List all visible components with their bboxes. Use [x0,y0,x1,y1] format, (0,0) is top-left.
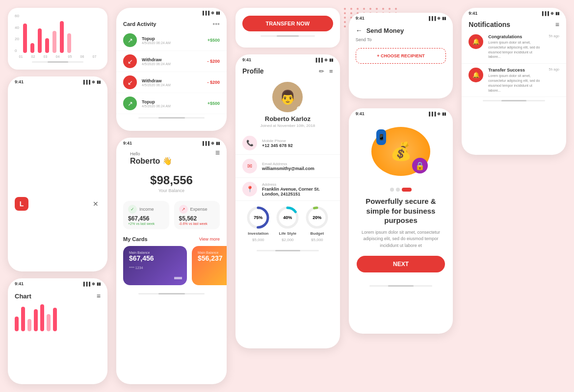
send-money-title: Send Money [366,27,404,34]
notif-item-1: 🔔 Congratulations Lorem ipsum dolor sit … [462,30,566,64]
ca-scrollbar[interactable] [138,117,205,119]
dot-2 [396,188,400,192]
progress-lifestyle: 40% Life Style $2,000 [276,206,299,242]
phone-illustration-icon: 📱 [376,129,386,145]
balance-amount: $98,556 [123,173,220,187]
card-activity-title: Card Activity [123,21,156,27]
balance-label: Your Balance [123,188,220,193]
chart-scrollbar[interactable] [32,61,83,63]
notif-scrollbar[interactable] [483,100,546,101]
cards-scroll: Main Balance $67,456 **** 1234 ▬ Main Ba… [116,244,227,290]
status-bar: 9:41 ▐▐▐ ⊕ ▮▮ [8,76,107,85]
dot-1 [390,188,394,192]
withdraw-icon-2: ↙ [123,75,137,89]
close-button[interactable]: ✕ [91,199,101,209]
notif-item-2: 🔔 Transfer Success Lorem ipsum dolor sit… [462,64,566,97]
user-name: Roberto 👋 [123,156,179,166]
activity-item-2: ↙ Withdraw 4/5/2020 06:24 AM - $200 [116,51,227,72]
chart-y-labels: 60 40 20 0 [15,14,19,53]
progress-investation: 75% Investation $5,000 [246,206,270,242]
send-money-header: ← Send Money [349,22,453,37]
progress-section: 75% Investation $5,000 40% Life Style [235,201,340,247]
chart-menu-icon[interactable]: ≡ [97,292,101,300]
edit-icon[interactable]: ✏ [319,68,324,75]
activity-item-1: ↗ Topup 4/5/2020 06:24 AM +$500 [116,30,227,51]
secure-content: 💰 🔒 📱 Powerfully secure & simple for bus… [349,117,453,282]
stats-row: ✓ Income $67,456 +2% vs last week ↗ Expe… [116,197,227,233]
ca-status: ▐▐▐⊕▮▮ [116,8,227,16]
address-info: 📍 Address Franklin Avenue, Corner St. Lo… [235,178,340,201]
dash-status: 9:41 ▐▐▐⊕▮▮ [116,138,227,147]
notifications-header: Notifications ≡ [462,17,566,30]
bar-2 [30,43,34,53]
phone-icon: 📞 [242,136,257,150]
card-orange[interactable]: Main Balance $56,237 ▬ [192,246,227,285]
chart-phone-title: Chart [15,293,31,300]
chart-phone: 9:41 ▐▐▐⊕▮▮ Chart ≡ [8,278,107,384]
bar-group-6 [60,21,64,53]
card-chip-1: ▬ [174,272,182,281]
notif-menu-icon[interactable]: ≡ [555,21,559,28]
profile-status: 9:41 ▐▐▐⊕▮▮ [235,54,340,63]
email-icon: ✉ [242,159,257,173]
view-more-link[interactable]: View more [199,237,220,242]
expense-stat: ↗ Expense $5,562 -0.6% vs last week [174,201,220,229]
activity-item-4: ↗ Topup 4/5/2020 06:24 AM +$500 [116,93,227,114]
mobile-info: 📞 Mobile Phone +12 345 678 92 [235,132,340,155]
bar-group-4 [45,38,49,53]
notif-status: 9:41 ▐▐▐⊕▮▮ [462,8,566,17]
dot-3-active [402,188,412,192]
profile-scrollbar[interactable] [257,250,319,251]
secure-title: Powerfully secure & simple for business … [357,196,445,225]
online-indicator [297,106,302,111]
logo: L [15,197,28,211]
balance-section: $98,556 Your Balance [116,168,227,197]
transfer-now-button[interactable]: TRANSFER NOW [242,16,333,31]
secure-illustration: 💰 🔒 📱 [371,127,430,176]
bar-1 [23,24,27,53]
bar-group-1 [23,24,27,53]
secure-scrollbar[interactable] [369,285,432,287]
profile-joined: Joined at November 10th, 2018 [261,123,315,128]
profile-avatar-section: 👨 Roberto Karloz Joined at November 10th… [235,77,340,132]
location-icon: 📍 [242,182,257,196]
bar-4 [45,38,49,53]
avatar: 👨 [272,82,303,112]
profile-name: Roberto Karloz [265,115,311,122]
expense-icon: ↗ [179,205,188,214]
income-stat: ✓ Income $67,456 +2% vs last week [123,201,169,229]
activity-item-3: ↙ Withdraw 4/5/2020 06:24 AM - $200 [116,72,227,93]
top-chart-card: 60 40 20 0 [8,8,107,70]
send-to-label: Send To [349,37,453,45]
secure-desc: Lorem ipsum dolor sit amet, consectetur … [357,229,445,249]
email-info: ✉ Email Address williamsmithy@mail.com [235,155,340,178]
dots-menu[interactable]: ••• [212,20,220,28]
card-activity-phone: ▐▐▐⊕▮▮ Card Activity ••• ↗ Topup 4/5/202… [116,8,227,131]
progress-budget: 20% Budget $5,000 [305,206,329,242]
dash-scrollbar[interactable] [138,293,205,294]
next-button[interactable]: NEXT [357,256,445,272]
notif-bell-icon-2: 🔔 [469,68,483,82]
withdraw-icon-1: ↙ [123,54,137,68]
chart-phone-status: 9:41 ▐▐▐⊕▮▮ [8,278,107,287]
card-purple[interactable]: Main Balance $67,456 **** 1234 ▬ [123,246,187,285]
topup-icon-1: ↗ [123,33,137,47]
notifications-title: Notifications [469,21,510,28]
profile-header: Profile ✏ ≡ [235,63,340,77]
chart-phone-header: Chart ≡ [8,287,107,302]
send-status: 9:41 ▐▐▐⊕▮▮ [349,13,453,22]
bar-group-5 [52,31,56,53]
bar-5 [52,31,56,53]
bar-6 [60,21,64,53]
back-arrow[interactable]: ← [356,26,363,34]
send-money-phone: 9:41 ▐▐▐⊕▮▮ ← Send Money Send To + CHOOS… [349,13,453,98]
notifications-phone: 9:41 ▐▐▐⊕▮▮ Notifications ≡ 🔔 Congratula… [462,8,566,155]
hamburger-menu[interactable]: ≡ [215,148,220,157]
secure-phone: 9:41 ▐▐▐⊕▮▮ 💰 🔒 📱 Powerful [349,108,453,334]
transfer-scrollbar[interactable] [261,35,315,37]
profile-title: Profile [242,67,264,75]
profile-phone: 9:41 ▐▐▐⊕▮▮ Profile ✏ ≡ 👨 Roberto Karloz… [235,54,340,348]
menu-icon[interactable]: ≡ [329,68,333,75]
choose-recipient-button[interactable]: + CHOOSE RECIPIENT [356,48,446,64]
bar-group-2 [30,43,34,53]
